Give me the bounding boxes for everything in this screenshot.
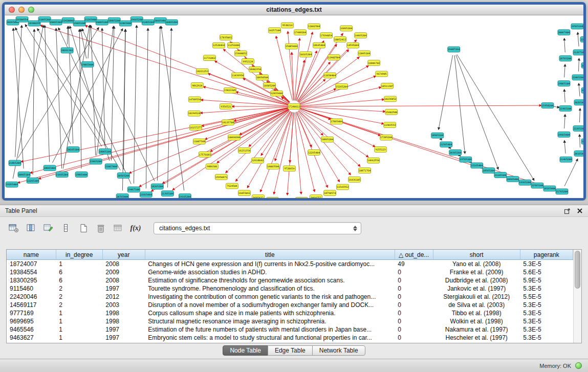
network-node[interactable]: 21067404	[105, 164, 117, 169]
network-node[interactable]: 20067404	[558, 30, 570, 35]
network-node[interactable]: 20261342	[61, 48, 73, 53]
column-header-year[interactable]: year	[102, 250, 145, 260]
column-header-title[interactable]: title	[145, 250, 395, 260]
network-node[interactable]: 15823305	[224, 87, 236, 93]
network-node[interactable]: 21665204	[56, 172, 68, 178]
close-panel-icon[interactable]	[577, 208, 583, 214]
hub-node[interactable]: 17240612	[288, 104, 300, 110]
network-node[interactable]: 21365104	[161, 191, 173, 196]
network-node[interactable]: 20765404	[116, 194, 128, 198]
network-node[interactable]: 9886306	[206, 164, 218, 169]
network-node[interactable]: 18865204	[108, 17, 120, 23]
network-node[interactable]: 21965104	[559, 106, 572, 112]
citation-edge[interactable]	[157, 27, 160, 181]
citation-edge[interactable]	[33, 29, 34, 174]
network-node[interactable]: 19465204	[73, 20, 85, 26]
citation-edge-red[interactable]	[296, 112, 312, 147]
table-row[interactable]: 977716911998Corpus callosum shape and si…	[7, 309, 573, 317]
network-node[interactable]: 21065204	[38, 16, 51, 22]
network-node[interactable]: 19365204	[519, 180, 531, 185]
network-node[interactable]: 10460204	[228, 135, 240, 140]
network-node[interactable]: 18402354	[249, 67, 261, 72]
citation-edge[interactable]	[25, 25, 102, 146]
citation-edge[interactable]	[439, 55, 453, 129]
citation-edge[interactable]	[13, 25, 43, 179]
network-node[interactable]: 16605204	[263, 83, 275, 89]
citation-edge[interactable]	[45, 26, 49, 162]
network-node[interactable]: 15085404	[285, 43, 297, 49]
network-node[interactable]: 20165104	[67, 147, 79, 152]
citation-edge[interactable]	[579, 135, 580, 147]
memory-ok-led[interactable]	[575, 362, 582, 369]
column-header-in_degree[interactable]: in_degree	[56, 250, 102, 260]
close-button[interactable]	[9, 7, 15, 13]
network-node[interactable]: 12065104	[358, 51, 371, 56]
citation-edge[interactable]	[554, 106, 559, 107]
network-node[interactable]: 9862924	[191, 83, 203, 89]
network-node[interactable]: 18965404	[581, 139, 583, 144]
network-node[interactable]: 16436105	[349, 177, 361, 182]
citation-edge[interactable]	[454, 55, 465, 154]
network-node[interactable]: 10650504	[256, 75, 268, 80]
network-node[interactable]: 10194524	[188, 111, 200, 116]
network-node[interactable]: 22265104	[27, 178, 39, 183]
citation-edge-red[interactable]	[30, 108, 288, 173]
network-node[interactable]: 22665404	[140, 192, 152, 198]
network-node[interactable]: 18465204	[165, 19, 178, 25]
table-vertical-scrollbar[interactable]	[573, 250, 581, 343]
network-node[interactable]: 19865404	[75, 172, 88, 178]
network-node[interactable]: 9952124	[242, 59, 254, 64]
network-node[interactable]: 9356521	[220, 104, 232, 110]
network-node[interactable]: 15341662	[296, 198, 308, 198]
network-node[interactable]: 20365204	[449, 150, 462, 156]
network-node[interactable]: 18565204	[483, 168, 495, 173]
network-node[interactable]: 19665404	[558, 132, 570, 137]
column-header-name[interactable]: name	[7, 250, 56, 260]
citation-edge[interactable]	[564, 140, 565, 154]
citation-network-graph[interactable]: 1724061212520464117310621822125398629241…	[5, 15, 583, 198]
column-header-short[interactable]: short	[433, 250, 520, 260]
network-node[interactable]: 20165404	[574, 151, 583, 157]
citation-edge-red[interactable]	[300, 87, 381, 105]
network-node[interactable]: 12161182	[266, 198, 278, 198]
citation-edge[interactable]	[564, 90, 565, 102]
citation-edge[interactable]	[578, 32, 579, 46]
network-node[interactable]: 11543952	[337, 184, 349, 190]
edit-columns-button[interactable]	[42, 222, 55, 234]
network-node[interactable]: 11436954	[231, 73, 244, 78]
citation-edge-red[interactable]	[294, 113, 301, 194]
network-node[interactable]: 18645404	[313, 42, 325, 48]
network-node[interactable]: 18265204	[151, 184, 163, 189]
citation-edge[interactable]	[69, 27, 73, 144]
table-row[interactable]: 946554611997Estimation of the future num…	[7, 325, 573, 334]
table-row[interactable]: 946362711997Embryonic stem cells: a mode…	[7, 334, 573, 342]
citation-edge[interactable]	[122, 29, 125, 190]
citation-edge[interactable]	[579, 108, 580, 122]
network-node[interactable]: 22065404	[119, 20, 132, 26]
window-titlebar[interactable]: citations_edges.txt	[5, 5, 583, 15]
citation-edge-red[interactable]	[85, 26, 288, 104]
network-node[interactable]: 16157277	[189, 125, 202, 130]
citation-edge[interactable]	[564, 64, 565, 77]
table-row[interactable]: 969969511998Structural magnetic resonanc…	[7, 317, 573, 325]
network-node[interactable]: 17694054	[320, 33, 333, 38]
network-node[interactable]: 15265204	[336, 84, 348, 90]
network-node[interactable]: 15950871	[215, 174, 227, 180]
citation-edge-red[interactable]	[40, 25, 288, 104]
network-node[interactable]: 21267104	[573, 50, 583, 55]
network-node[interactable]: 9720654	[283, 166, 295, 171]
network-node[interactable]: 19384554	[16, 16, 28, 22]
network-node[interactable]: 16231354	[238, 148, 250, 154]
new-table-button[interactable]	[77, 222, 90, 234]
citation-edge[interactable]	[161, 26, 184, 190]
table-row[interactable]: 1872400712008Changes of HCN gene express…	[7, 260, 573, 269]
citation-edge-red[interactable]	[296, 41, 323, 101]
network-node[interactable]: 18165404	[543, 186, 556, 191]
tab-node-table[interactable]: Node Table	[223, 345, 268, 356]
network-node[interactable]: 9530214	[281, 23, 293, 28]
network-node[interactable]: 20265404	[574, 100, 583, 105]
network-node[interactable]: 12402504	[328, 55, 340, 60]
table-row[interactable]: 1830029562008Estimation of significance …	[7, 276, 573, 285]
citation-edge-red[interactable]	[300, 108, 331, 119]
network-node[interactable]: 10871764	[359, 168, 371, 173]
